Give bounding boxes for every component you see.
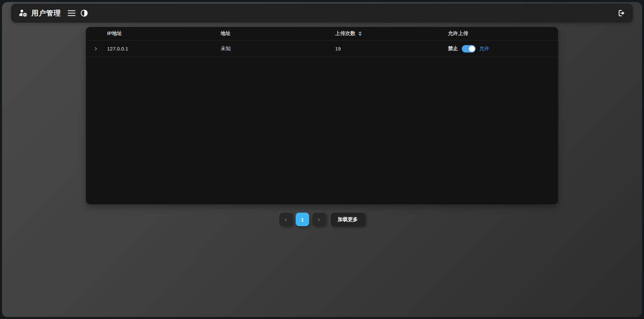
- next-page-button[interactable]: ›: [312, 213, 326, 226]
- toggle-knob: [469, 46, 475, 52]
- row-expand-button[interactable]: [86, 46, 107, 51]
- chevron-right-icon: [93, 46, 98, 51]
- sort-desc-arrow: [358, 34, 362, 36]
- logout-icon[interactable]: [616, 9, 625, 17]
- cell-upload-count: 19: [335, 46, 448, 51]
- page-title: 用户管理: [31, 8, 61, 18]
- sort-icon[interactable]: [358, 31, 362, 36]
- allow-upload-toggle[interactable]: [462, 45, 476, 52]
- table-header-row: IP地址 地址 上传次数 允许上传: [86, 27, 558, 40]
- user-table-card: IP地址 地址 上传次数 允许上传 127.0.0.1: [86, 27, 558, 204]
- table-row: 127.0.0.1 未知 19 禁止 允许: [86, 40, 558, 57]
- toggle-on-label: 允许: [479, 45, 489, 52]
- sort-asc-arrow: [358, 31, 362, 33]
- column-header-allow-upload: 允许上传: [448, 30, 558, 37]
- theme-contrast-icon[interactable]: [80, 9, 88, 17]
- column-header-ip: IP地址: [107, 30, 221, 37]
- column-header-address: 地址: [221, 30, 335, 37]
- app-background: 用户管理 IP地址: [2, 2, 642, 317]
- column-header-upload-count: 上传次数: [335, 30, 448, 37]
- toggle-off-label: 禁止: [448, 45, 458, 52]
- prev-page-button[interactable]: ‹: [279, 213, 293, 226]
- load-more-button[interactable]: 加载更多: [331, 213, 365, 226]
- pagination: ‹ 1 › 加载更多: [2, 213, 642, 226]
- user-settings-icon: [19, 9, 28, 17]
- cell-allow-upload: 禁止 允许: [448, 45, 558, 52]
- top-bar: 用户管理: [11, 4, 633, 23]
- menu-icon[interactable]: [68, 10, 75, 16]
- page-button-1[interactable]: 1: [296, 213, 309, 226]
- table-empty-area: [86, 57, 558, 204]
- cell-address: 未知: [221, 45, 335, 52]
- cell-ip: 127.0.0.1: [107, 46, 221, 51]
